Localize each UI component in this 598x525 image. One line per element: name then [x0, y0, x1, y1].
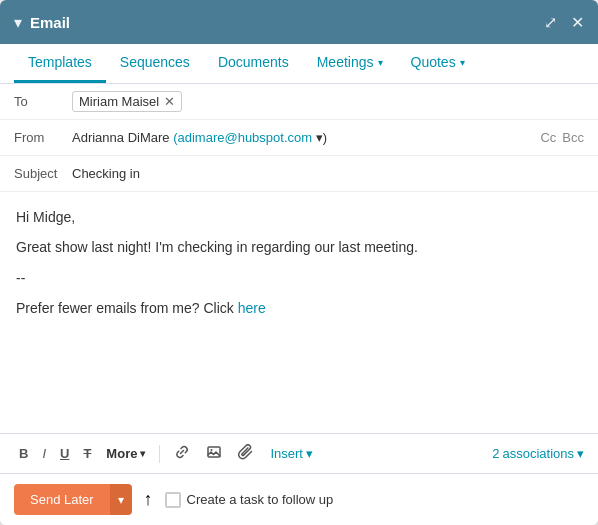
from-field-value: Adrianna DiMare (adimare@hubspot.com ▾): [72, 130, 540, 145]
from-row: From Adrianna DiMare (adimare@hubspot.co…: [0, 120, 598, 156]
link-button[interactable]: [168, 440, 196, 467]
svg-point-1: [211, 449, 213, 451]
cc-button[interactable]: Cc: [540, 130, 556, 145]
underline-button[interactable]: U: [55, 442, 74, 465]
insert-button[interactable]: Insert ▾: [264, 442, 319, 465]
subject-row: Subject Checking in: [0, 156, 598, 192]
to-field-value: Miriam Maisel ✕: [72, 91, 584, 112]
cursor-pointer-icon: ↑: [144, 489, 153, 510]
insert-chevron-icon: ▾: [306, 446, 313, 461]
body-line4-link[interactable]: here: [238, 300, 266, 316]
bold-button[interactable]: B: [14, 442, 33, 465]
task-follow-label: Create a task to follow up: [187, 492, 334, 507]
body-line4: Prefer fewer emails from me? Click here: [16, 297, 582, 319]
subject-label: Subject: [14, 166, 72, 181]
subject-field-value[interactable]: Checking in: [72, 166, 584, 181]
modal-header: ▾ Email ⤢ ✕: [0, 0, 598, 44]
cc-bcc-buttons: Cc Bcc: [540, 130, 584, 145]
body-line4-prefix: Prefer fewer emails from me? Click: [16, 300, 238, 316]
associations-chevron-icon: ▾: [577, 446, 584, 461]
tab-templates[interactable]: Templates: [14, 44, 106, 83]
strikethrough-icon: T: [83, 446, 91, 461]
form-area: To Miriam Maisel ✕ From Adrianna DiMare …: [0, 84, 598, 525]
associations-count: 2: [492, 446, 499, 461]
tab-documents[interactable]: Documents: [204, 44, 303, 83]
bottom-bar: Send Later ▾ ↑ Create a task to follow u…: [0, 473, 598, 525]
link-icon: [174, 444, 190, 460]
header-right: ⤢ ✕: [544, 13, 584, 32]
expand-icon[interactable]: ⤢: [544, 13, 557, 32]
quotes-chevron-icon: ▾: [460, 57, 465, 68]
toolbar: B I U T More ▾: [0, 433, 598, 473]
to-label: To: [14, 94, 72, 109]
to-row: To Miriam Maisel ✕: [0, 84, 598, 120]
from-name: Adrianna DiMare: [72, 130, 170, 145]
cc-bcc-area: Cc Bcc: [540, 130, 584, 145]
body-separator: --: [16, 267, 582, 289]
send-later-button[interactable]: Send Later: [14, 484, 110, 515]
to-remove-icon[interactable]: ✕: [164, 94, 175, 109]
tab-quotes[interactable]: Quotes ▾: [397, 44, 479, 83]
italic-button[interactable]: I: [37, 442, 51, 465]
email-body[interactable]: Hi Midge, Great show last night! I'm che…: [0, 192, 598, 433]
to-recipient-name: Miriam Maisel: [79, 94, 159, 109]
tab-sequences[interactable]: Sequences: [106, 44, 204, 83]
insert-label: Insert: [270, 446, 303, 461]
bcc-button[interactable]: Bcc: [562, 130, 584, 145]
image-button[interactable]: [200, 440, 228, 467]
collapse-icon[interactable]: ▾: [14, 13, 22, 32]
send-dropdown-arrow-icon: ▾: [118, 493, 124, 507]
task-follow-area: Create a task to follow up: [165, 492, 334, 508]
header-left: ▾ Email: [14, 13, 70, 32]
more-button[interactable]: More ▾: [100, 442, 151, 465]
associations-label: associations: [502, 446, 574, 461]
attachment-icon: [238, 444, 254, 460]
from-label: From: [14, 130, 72, 145]
strikethrough-button[interactable]: T: [78, 442, 96, 465]
image-icon: [206, 444, 222, 460]
meetings-chevron-icon: ▾: [378, 57, 383, 68]
task-checkbox[interactable]: [165, 492, 181, 508]
associations-button[interactable]: 2 associations ▾: [492, 446, 584, 461]
tab-meetings[interactable]: Meetings ▾: [303, 44, 397, 83]
from-email[interactable]: (adimare@hubspot.com: [173, 130, 312, 145]
close-icon[interactable]: ✕: [571, 13, 584, 32]
attachment-button[interactable]: [232, 440, 260, 467]
more-chevron-icon: ▾: [140, 448, 145, 459]
modal-title: Email: [30, 14, 70, 31]
send-dropdown-button[interactable]: ▾: [110, 484, 132, 515]
more-label: More: [106, 446, 137, 461]
from-email-end: ▾): [316, 130, 327, 145]
body-line2: Great show last night! I'm checking in r…: [16, 236, 582, 258]
nav-tabs: Templates Sequences Documents Meetings ▾…: [0, 44, 598, 84]
body-greeting: Hi Midge,: [16, 206, 582, 228]
email-modal: ▾ Email ⤢ ✕ Templates Sequences Document…: [0, 0, 598, 525]
to-tag: Miriam Maisel ✕: [72, 91, 182, 112]
send-button-group: Send Later ▾: [14, 484, 132, 515]
toolbar-separator-1: [159, 445, 160, 463]
svg-rect-0: [208, 447, 220, 457]
subject-text: Checking in: [72, 166, 140, 181]
